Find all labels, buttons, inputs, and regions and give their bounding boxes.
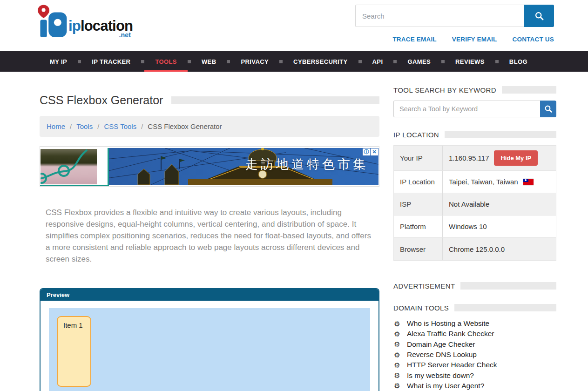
domain-tool-label: What is my User Agent? (407, 382, 484, 390)
nav-separator (279, 60, 283, 63)
tool-search-heading: TOOL SEARCH BY KEYWORD (393, 86, 556, 94)
header-search (355, 5, 554, 27)
trace-email-link[interactable]: TRACE EMAIL (392, 36, 436, 43)
browser-value: Chrome 125.0.0.0 (449, 245, 505, 253)
ad-route-graphic (41, 149, 97, 184)
nav-item-privacy[interactable]: PRIVACY (230, 51, 279, 72)
nav-item-my-ip[interactable]: MY IP (39, 51, 78, 72)
nav-item-blog[interactable]: BLOG (499, 51, 538, 72)
ad-left-image (41, 149, 97, 184)
nav-item-ip-tracker[interactable]: IP TRACKER (81, 51, 141, 72)
ip-location-heading: IP LOCATION (393, 130, 556, 139)
flex-preview-item-1[interactable]: Item 1 (57, 316, 91, 387)
table-row-platform: Platform Windows 10 (394, 216, 556, 238)
nav-item-api[interactable]: API (362, 51, 394, 72)
nav-item-tools[interactable]: TOOLS (144, 51, 188, 72)
ip-location-value: Taipei, Taiwan, Taiwan (449, 178, 518, 186)
ad-divider (97, 147, 109, 186)
domain-tool-label: Who is Hosting a Website (407, 319, 489, 328)
sidebar: TOOL SEARCH BY KEYWORD IP LOCATION Your … (393, 72, 556, 391)
breadcrumb-css-tools[interactable]: CSS Tools (104, 122, 136, 130)
row-label: IP Location (394, 171, 443, 193)
tool-search-button[interactable] (540, 101, 556, 117)
breadcrumb-home[interactable]: Home (47, 122, 65, 130)
tool-search-input[interactable] (393, 101, 540, 117)
preview-panel-body: Item 1 (41, 301, 378, 391)
heading-decoration-bar (454, 304, 556, 311)
ad-close-icon[interactable]: ✕ (371, 148, 378, 155)
ad-bottom-line (40, 185, 109, 186)
ad-caption: 走訪地道特色市集 (245, 156, 368, 173)
row-label: Browser (394, 238, 443, 260)
domain-tool-label: Alexa Traffic Rank Checker (407, 330, 494, 338)
gear-icon: ⚙ (393, 320, 401, 327)
domain-tool-label: Domain Age Checker (407, 340, 475, 349)
site-logo[interactable]: iplocation .net (34, 3, 144, 42)
advertisement-heading: ADVERTISEMENT (393, 282, 556, 290)
breadcrumb: Home / Tools / CSS Tools / CSS Flexbox G… (40, 116, 379, 137)
site-header: iplocation .net TRACE EMAIL VERIFY EMAIL… (0, 0, 588, 51)
isp-value: Not Available (449, 200, 489, 208)
hide-my-ip-button[interactable]: Hide My IP (494, 150, 538, 166)
nav-separator (441, 60, 445, 63)
breadcrumb-separator: / (70, 122, 72, 130)
platform-value: Windows 10 (449, 222, 487, 230)
domain-tool-label: Reverse DNS Lookup (407, 351, 477, 359)
search-icon (544, 105, 553, 113)
header-search-button[interactable] (524, 5, 554, 27)
nav-item-cybersecurity[interactable]: CYBERSECURITY (283, 51, 358, 72)
main-nav: MY IP IP TRACKER TOOLS WEB PRIVACY CYBER… (0, 51, 588, 72)
contact-us-link[interactable]: CONTACT US (513, 36, 554, 43)
title-decoration-bar (171, 96, 379, 104)
logo-graphic: iplocation .net (34, 3, 144, 40)
domain-tool-alexa-rank[interactable]: ⚙ Alexa Traffic Rank Checker (393, 329, 556, 339)
nav-item-reviews[interactable]: REVIEWS (445, 51, 495, 72)
domain-tools-heading: DOMAIN TOOLS (393, 303, 556, 312)
heading-decoration-bar (445, 131, 556, 138)
ad-choice-icons: ⓘ ✕ (363, 148, 378, 155)
domain-tool-who-is-hosting[interactable]: ⚙ Who is Hosting a Website (393, 318, 556, 329)
domain-tool-user-agent[interactable]: ⚙ What is my User Agent? (393, 381, 556, 391)
table-row-browser: Browser Chrome 125.0.0.0 (394, 238, 556, 260)
domain-tool-website-down[interactable]: ⚙ Is my website down? (393, 370, 556, 380)
row-label: ISP (394, 193, 443, 215)
ad-banner[interactable]: 走訪地道特色市集 ⓘ ✕ (40, 146, 379, 187)
nav-item-games[interactable]: GAMES (397, 51, 441, 72)
ip-location-table: Your IP 1.160.95.117 Hide My IP IP Locat… (393, 145, 556, 261)
gear-icon: ⚙ (393, 341, 401, 348)
main-column: CSS Flexbox Generator Home / Tools / CSS… (40, 72, 379, 391)
nav-item-web[interactable]: WEB (191, 51, 227, 72)
row-label: Platform (394, 216, 443, 237)
ad-info-icon[interactable]: ⓘ (363, 148, 370, 155)
nav-separator (393, 60, 397, 63)
row-label: Your IP (394, 146, 443, 170)
breadcrumb-tools[interactable]: Tools (76, 122, 93, 130)
domain-tool-http-header[interactable]: ⚙ HTTP Server Header Check (393, 360, 556, 370)
search-icon (534, 11, 544, 21)
nav-separator (78, 60, 81, 63)
advertisement-heading-text: ADVERTISEMENT (393, 282, 455, 290)
table-row-isp: ISP Not Available (394, 193, 556, 216)
header-search-input[interactable] (355, 5, 524, 27)
ip-location-heading-text: IP LOCATION (393, 131, 439, 139)
heading-decoration-bar (460, 282, 556, 290)
header-right: TRACE EMAIL VERIFY EMAIL CONTACT US (355, 5, 554, 43)
top-links: TRACE EMAIL VERIFY EMAIL CONTACT US (355, 36, 554, 43)
domain-tool-label: HTTP Server Header Check (407, 361, 497, 369)
table-row-your-ip: Your IP 1.160.95.117 Hide My IP (394, 146, 556, 171)
tool-search (393, 101, 556, 117)
gear-icon: ⚙ (393, 372, 401, 379)
domain-tool-domain-age[interactable]: ⚙ Domain Age Checker (393, 339, 556, 350)
nav-separator (188, 60, 191, 63)
taiwan-flag-icon (523, 179, 534, 185)
flex-preview-container: Item 1 (49, 308, 370, 391)
logo-word-ip: ip (68, 18, 81, 34)
nav-separator (141, 60, 144, 63)
logo-tld: .net (119, 31, 131, 39)
gear-icon: ⚙ (393, 382, 401, 389)
domain-tool-reverse-dns[interactable]: ⚙ Reverse DNS Lookup (393, 350, 556, 360)
tool-description: CSS Flexbox provides a flexible and intu… (40, 207, 375, 265)
preview-panel: Preview Item 1 (40, 288, 379, 391)
verify-email-link[interactable]: VERIFY EMAIL (452, 36, 497, 43)
preview-panel-header: Preview (41, 289, 378, 301)
